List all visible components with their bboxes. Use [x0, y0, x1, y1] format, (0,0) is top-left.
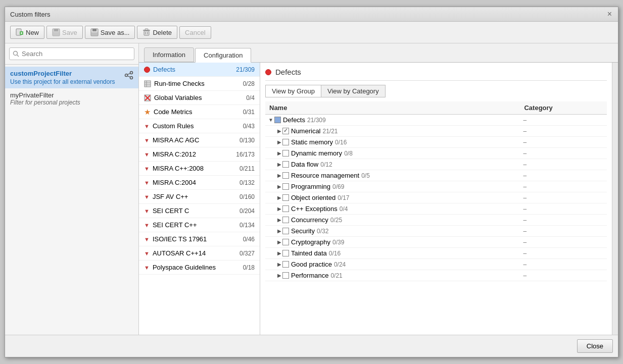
filter-desc-private: Filter for personal projects	[10, 99, 133, 106]
new-button[interactable]: New	[10, 26, 44, 39]
svg-line-19	[127, 76, 130, 77]
checker-item-runtime[interactable]: Run-time Checks 0/28	[139, 77, 260, 91]
defects-icon	[144, 67, 150, 73]
programming-checkbox[interactable]	[282, 183, 289, 190]
checker-item-misra-c2012[interactable]: ▼ MISRA C:2012 16/173	[139, 147, 260, 162]
filter-desc-custom: Use this project for all external vendor…	[10, 78, 115, 85]
filter-name-private: myPrivateFilter	[10, 91, 133, 99]
misra-c2004-label: MISRA C:2004	[153, 179, 196, 186]
object-oriented-checkbox[interactable]	[282, 194, 289, 201]
filter-name-custom: customProjectFilter	[10, 70, 115, 77]
left-panel: customProjectFilter Use this project for…	[5, 43, 139, 335]
expand-arrow[interactable]: ▶	[277, 128, 281, 134]
metrics-label: Code Metrics	[154, 108, 193, 116]
defects-root-checkbox[interactable]	[274, 117, 281, 123]
expand-arrow[interactable]: ▼	[268, 117, 273, 123]
global-label: Global Variables	[154, 94, 202, 101]
close-button[interactable]: Close	[577, 339, 613, 353]
iso-label: ISO/IEC TS 17961	[153, 235, 207, 243]
search-box	[5, 43, 138, 65]
checker-item-misra-c2004[interactable]: ▼ MISRA C:2004 0/132	[139, 176, 260, 190]
checker-item-global[interactable]: Global Variables 0/4	[139, 91, 260, 105]
scrollbar[interactable]	[612, 63, 618, 335]
good-practice-checkbox[interactable]	[282, 261, 289, 268]
jsf-count: 0/160	[239, 193, 255, 200]
custom-rules-label: Custom Rules	[153, 122, 194, 130]
cpp-exceptions-checkbox[interactable]	[282, 205, 289, 212]
svg-rect-12	[145, 29, 148, 30]
numerical-checkbox[interactable]	[282, 128, 289, 134]
defects-count: 21/309	[236, 66, 255, 73]
expand-arrow[interactable]: ▶	[277, 262, 281, 267]
checker-item-autosar[interactable]: ▼ AUTOSAR C++14 0/327	[139, 246, 260, 261]
table-row: ▶ Static memory 0/16 –	[265, 137, 607, 148]
expand-arrow[interactable]: ▶	[277, 195, 281, 200]
polyspace-label: Polyspace Guidelines	[153, 264, 216, 271]
checker-item-jsf[interactable]: ▼ JSF AV C++ 0/160	[139, 190, 260, 204]
expand-arrow[interactable]: ▶	[277, 184, 281, 189]
dialog-close-button[interactable]: ×	[606, 10, 613, 18]
expand-arrow[interactable]: ▶	[277, 250, 281, 256]
checker-item-metrics[interactable]: ★ Code Metrics 0/31	[139, 105, 260, 119]
expand-arrow[interactable]: ▶	[277, 139, 281, 145]
expand-arrow[interactable]: ▶	[277, 228, 281, 234]
global-icon	[144, 94, 151, 101]
view-by-category-tab[interactable]: View by Category	[321, 85, 386, 97]
checker-item-misra-cpp2008[interactable]: ▼ MISRA C++:2008 0/211	[139, 162, 260, 176]
cancel-button[interactable]: Cancel	[179, 26, 211, 39]
expand-arrow[interactable]: ▶	[277, 217, 281, 223]
new-icon	[16, 28, 24, 36]
misra-cpp2008-count: 0/211	[239, 165, 255, 172]
misra-ac-count: 0/130	[239, 137, 255, 144]
new-label: New	[26, 29, 39, 36]
expand-arrow[interactable]: ▶	[277, 173, 281, 178]
checker-item-sei-cert-c[interactable]: ▼ SEI CERT C 0/204	[139, 204, 260, 218]
checker-item-custom-rules[interactable]: ▼ Custom Rules 0/43	[139, 119, 260, 133]
main-content: customProjectFilter Use this project for…	[5, 43, 618, 335]
cryptography-checkbox[interactable]	[282, 239, 289, 245]
resource-mgmt-checkbox[interactable]	[282, 172, 289, 179]
save-button[interactable]: Save	[46, 26, 83, 39]
col-category: Category	[520, 101, 607, 115]
tab-configuration[interactable]: Configuration	[195, 48, 251, 63]
defects-label: Defects	[153, 66, 175, 73]
delete-button[interactable]: Delete	[137, 26, 177, 39]
table-row: ▶ Good practice 0/24 –	[265, 259, 607, 270]
static-memory-checkbox[interactable]	[282, 139, 289, 145]
concurrency-checkbox[interactable]	[282, 217, 289, 223]
bottom-bar: Close	[5, 335, 618, 357]
security-checkbox[interactable]	[282, 228, 289, 234]
expand-arrow[interactable]: ▶	[277, 206, 281, 212]
expand-arrow[interactable]: ▶	[277, 273, 281, 278]
checker-item-sei-cert-cpp[interactable]: ▼ SEI CERT C++ 0/134	[139, 218, 260, 232]
tainted-data-checkbox[interactable]	[282, 250, 289, 256]
sei-cert-cpp-icon: ▼	[144, 222, 150, 228]
save-as-icon	[90, 28, 99, 36]
checker-item-iso[interactable]: ▼ ISO/IEC TS 17961 0/46	[139, 232, 260, 246]
filter-item-private[interactable]: myPrivateFilter Filter for personal proj…	[5, 88, 138, 109]
misra-cpp2008-icon: ▼	[144, 166, 150, 172]
table-row: ▶ Programming 0/69 –	[265, 181, 607, 192]
save-as-button[interactable]: Save as...	[85, 26, 135, 39]
expand-arrow[interactable]: ▶	[277, 239, 281, 245]
search-input[interactable]	[9, 47, 134, 60]
detail-header: Defects	[265, 68, 607, 81]
data-flow-checkbox[interactable]	[282, 161, 289, 168]
filter-item-custom[interactable]: customProjectFilter Use this project for…	[5, 67, 138, 88]
checker-item-defects[interactable]: Defects 21/309	[139, 63, 260, 77]
checker-item-misra-ac[interactable]: ▼ MISRA AC AGC 0/130	[139, 133, 260, 147]
tab-information[interactable]: Information	[144, 47, 194, 62]
expand-arrow[interactable]: ▶	[277, 150, 281, 156]
table-row: ▶ Resource management 0/5 –	[265, 170, 607, 181]
expand-arrow[interactable]: ▶	[277, 162, 281, 167]
save-as-label: Save as...	[101, 29, 130, 36]
checker-item-polyspace[interactable]: ▼ Polyspace Guidelines 0/18	[139, 261, 260, 275]
delete-icon	[142, 28, 151, 36]
performance-checkbox[interactable]	[282, 272, 289, 279]
table-row: ▶ Dynamic memory 0/8 –	[265, 148, 607, 159]
dynamic-memory-checkbox[interactable]	[282, 150, 289, 157]
misra-c2012-icon: ▼	[144, 151, 150, 158]
svg-rect-20	[145, 81, 151, 87]
view-by-group-tab[interactable]: View by Group	[265, 85, 321, 97]
table-row: ▶ Tainted data 0/16 –	[265, 248, 607, 259]
